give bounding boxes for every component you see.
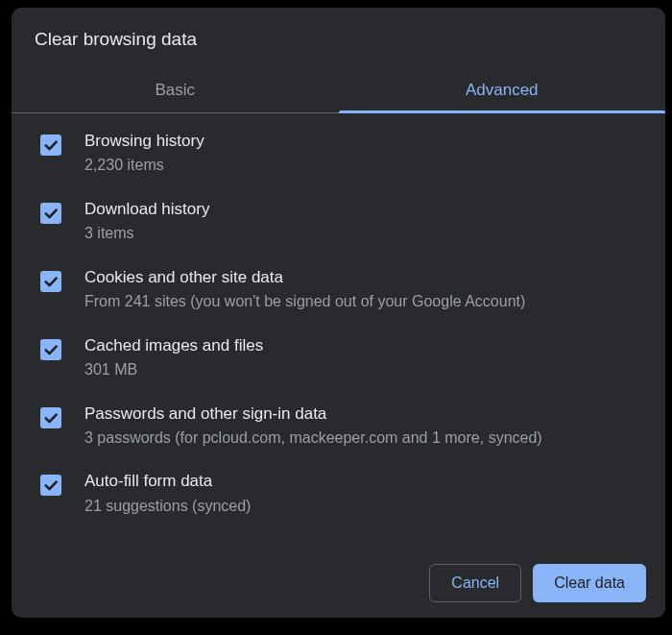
option-title: Download history	[84, 199, 642, 220]
checkbox-cookies[interactable]	[40, 271, 61, 292]
dialog-title: Clear browsing data	[12, 8, 665, 67]
check-icon	[42, 409, 60, 427]
check-icon	[42, 273, 60, 290]
clear-data-button-label: Clear data	[554, 574, 625, 591]
tab-basic[interactable]: Basic	[12, 67, 339, 112]
option-title: Cookies and other site data	[84, 267, 642, 288]
option-browsing-history: Browsing history 2,230 items	[35, 131, 642, 176]
dialog-footer: Cancel Clear data	[12, 549, 665, 618]
option-cached-images: Cached images and files 301 MB	[35, 335, 642, 380]
check-icon	[42, 341, 60, 358]
option-sub: 2,230 items	[84, 156, 642, 176]
clear-data-button[interactable]: Clear data	[533, 564, 646, 602]
option-title: Passwords and other sign-in data	[84, 403, 642, 425]
checkbox-download-history[interactable]	[40, 203, 61, 224]
option-download-history: Download history 3 items	[35, 199, 642, 244]
check-icon	[42, 205, 60, 222]
check-icon	[42, 136, 60, 154]
option-sub: 3 items	[84, 224, 642, 244]
option-passwords: Passwords and other sign-in data 3 passw…	[35, 403, 642, 449]
cancel-button-label: Cancel	[451, 574, 499, 591]
option-sub: From 241 sites (you won't be signed out …	[84, 292, 642, 312]
tab-advanced-label: Advanced	[466, 81, 539, 99]
checkbox-site-settings[interactable]	[40, 543, 61, 549]
option-sub: 21 suggestions (synced)	[84, 497, 642, 517]
option-title: Auto-fill form data	[84, 471, 642, 492]
option-title: Browsing history	[84, 131, 642, 152]
option-sub: 3 passwords (for pcloud.com, mackeeper.c…	[84, 428, 642, 449]
options-list: Browsing history 2,230 items Download hi…	[12, 113, 665, 549]
checkbox-passwords[interactable]	[40, 407, 61, 428]
checkbox-cached-images[interactable]	[40, 339, 61, 360]
check-icon	[42, 545, 60, 549]
cancel-button[interactable]: Cancel	[429, 564, 521, 602]
option-cookies: Cookies and other site data From 241 sit…	[35, 267, 642, 312]
tab-advanced[interactable]: Advanced	[339, 67, 666, 112]
option-autofill: Auto-fill form data 21 suggestions (sync…	[35, 471, 642, 516]
check-icon	[42, 476, 60, 494]
option-site-settings: Site settings 2 sites	[35, 539, 642, 549]
checkbox-browsing-history[interactable]	[40, 134, 61, 156]
clear-browsing-data-dialog: Clear browsing data Basic Advanced Brows…	[12, 8, 665, 618]
tab-bar: Basic Advanced	[12, 67, 665, 113]
checkbox-autofill[interactable]	[40, 475, 61, 496]
option-title: Site settings	[84, 539, 642, 549]
option-title: Cached images and files	[84, 335, 642, 356]
option-sub: 301 MB	[84, 360, 642, 380]
tab-basic-label: Basic	[155, 81, 195, 99]
